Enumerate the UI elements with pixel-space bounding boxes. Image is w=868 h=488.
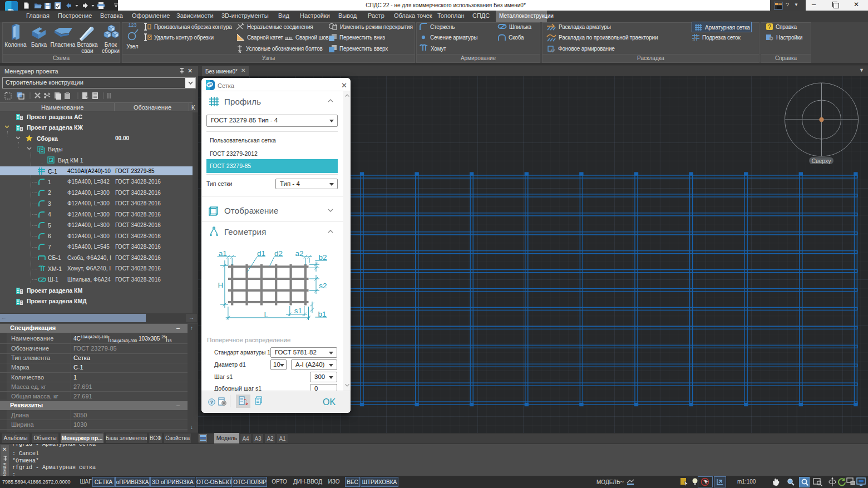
svg-text:d1: d1 [257, 249, 265, 258]
svg-text:L: L [264, 310, 269, 319]
svg-text:a1: a1 [219, 249, 227, 258]
svg-text:H: H [218, 281, 224, 289]
svg-text:?: ? [768, 24, 771, 30]
svg-text:s2: s2 [319, 282, 327, 290]
svg-text:a2: a2 [295, 249, 304, 258]
svg-text:?: ? [210, 400, 214, 405]
svg-text:s1: s1 [294, 307, 302, 315]
svg-text:b2: b2 [318, 253, 327, 262]
svg-text:b1: b1 [318, 310, 327, 318]
svg-text:Сверху: Сверху [811, 157, 831, 164]
svg-text:d2: d2 [274, 249, 283, 258]
